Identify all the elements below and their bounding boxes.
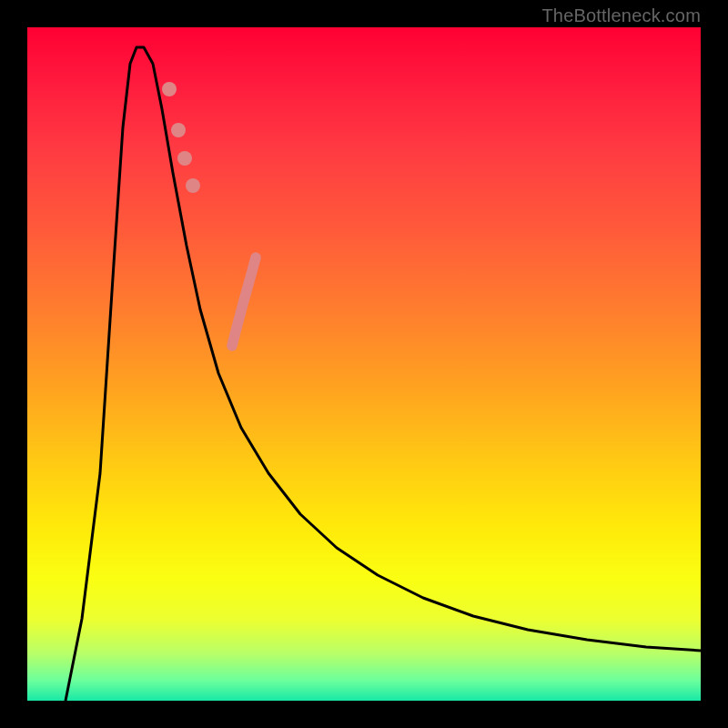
plot-area [27, 27, 701, 701]
curve-layer [27, 27, 701, 701]
bottleneck-curve [66, 47, 701, 701]
watermark-text: TheBottleneck.com [541, 5, 701, 26]
highlight-band [232, 258, 256, 346]
highlight-dot [171, 123, 186, 137]
highlight-dot [186, 178, 200, 193]
chart-frame: TheBottleneck.com [0, 0, 728, 728]
highlight-dot [162, 82, 177, 96]
highlight-dot [177, 151, 192, 166]
